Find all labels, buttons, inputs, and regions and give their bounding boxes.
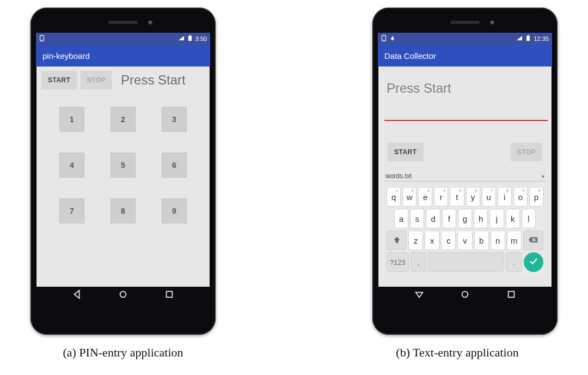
nav-back-icon[interactable] <box>72 289 82 301</box>
key-g[interactable]: g <box>458 209 472 228</box>
key-f[interactable]: f <box>442 209 456 228</box>
battery-icon <box>188 35 192 43</box>
pin-key-9[interactable]: 9 <box>162 198 187 223</box>
key-v[interactable]: v <box>457 231 472 250</box>
key-backspace[interactable] <box>523 231 543 250</box>
pin-key-2[interactable]: 2 <box>111 107 136 132</box>
key-m[interactable]: m <box>507 231 522 250</box>
app-title: Data Collector <box>384 51 436 61</box>
caption-b: (b) Text-entry application <box>338 346 577 360</box>
text-input[interactable] <box>384 106 548 121</box>
key-n[interactable]: n <box>491 231 505 250</box>
status-time: 12:35 <box>534 35 549 42</box>
key-j[interactable]: j <box>489 209 504 228</box>
pin-key-4[interactable]: 4 <box>59 153 84 178</box>
key-shift[interactable] <box>387 231 407 250</box>
key-y[interactable]: y <box>466 187 480 207</box>
screen-pin-entry: 3:50 pin-keyboard START STOP Press Start… <box>36 33 210 304</box>
key-z[interactable]: z <box>408 231 423 250</box>
pin-key-6[interactable]: 6 <box>162 153 187 178</box>
figure-stage: 3:50 pin-keyboard START STOP Press Start… <box>0 0 588 375</box>
pin-key-1[interactable]: 1 <box>59 107 84 132</box>
front-camera <box>489 20 495 25</box>
soft-keyboard: q w e r t y u i o p a s d <box>384 185 546 276</box>
app-title: pin-keyboard <box>42 51 90 61</box>
key-a[interactable]: a <box>394 209 408 228</box>
phone-icon <box>39 35 45 43</box>
svg-rect-8 <box>392 40 393 41</box>
key-u[interactable]: u <box>482 187 496 207</box>
key-period[interactable]: . <box>506 252 522 272</box>
nav-back-icon[interactable] <box>414 289 424 301</box>
wordlist-dropdown[interactable]: words.txt ▾ <box>384 169 546 182</box>
key-enter[interactable] <box>524 252 543 272</box>
battery-icon <box>526 35 530 43</box>
nav-home-icon[interactable] <box>460 289 470 301</box>
svg-point-1 <box>41 40 42 40</box>
chevron-down-icon: ▾ <box>542 173 544 179</box>
pin-keypad: 1 2 3 4 5 6 7 8 9 <box>59 107 187 223</box>
key-p[interactable]: p <box>529 187 543 207</box>
svg-rect-2 <box>188 36 192 41</box>
start-button[interactable]: START <box>388 143 424 161</box>
key-t[interactable]: t <box>450 187 464 207</box>
start-button[interactable]: START <box>41 71 77 89</box>
stop-button: STOP <box>511 143 542 161</box>
android-nav-bar <box>36 287 210 304</box>
key-w[interactable]: w <box>402 187 416 207</box>
nav-recent-icon[interactable] <box>164 289 174 301</box>
pin-key-7[interactable]: 7 <box>59 198 84 223</box>
key-q[interactable]: q <box>387 187 401 207</box>
key-s[interactable]: s <box>410 209 424 228</box>
svg-point-11 <box>462 292 468 298</box>
notification-icon <box>390 35 395 43</box>
earpiece <box>450 21 480 24</box>
dropdown-value: words.txt <box>385 172 412 180</box>
key-d[interactable]: d <box>426 209 440 228</box>
key-k[interactable]: k <box>506 209 520 228</box>
key-o[interactable]: o <box>513 187 528 207</box>
pin-key-3[interactable]: 3 <box>162 107 187 132</box>
phone-pin-entry: 3:50 pin-keyboard START STOP Press Start… <box>30 8 216 335</box>
backspace-icon <box>528 235 538 246</box>
app-bar: Data Collector <box>378 45 552 66</box>
key-c[interactable]: c <box>441 231 456 250</box>
svg-point-4 <box>120 292 126 298</box>
status-time: 3:50 <box>195 35 207 42</box>
front-camera <box>148 20 153 25</box>
key-comma[interactable]: , <box>411 252 427 272</box>
phone-icon <box>381 35 387 43</box>
caption-a: (a) PIN-entry application <box>9 346 237 360</box>
signal-icon <box>516 35 523 42</box>
nav-home-icon[interactable] <box>118 289 128 301</box>
pin-key-5[interactable]: 5 <box>111 153 136 178</box>
key-space[interactable] <box>428 252 504 272</box>
key-switch-numeric[interactable]: ?123 <box>387 252 409 272</box>
app-bar: pin-keyboard <box>36 45 210 66</box>
earpiece <box>108 21 138 24</box>
key-x[interactable]: x <box>425 231 439 250</box>
signal-icon <box>178 35 185 42</box>
phone-text-entry: 12:35 Data Collector Press Start START S… <box>372 8 558 335</box>
android-nav-bar <box>378 287 552 304</box>
svg-point-7 <box>383 40 384 40</box>
key-e[interactable]: e <box>418 187 432 207</box>
key-h[interactable]: h <box>474 209 488 228</box>
svg-rect-3 <box>189 35 191 36</box>
screen-text-entry: 12:35 Data Collector Press Start START S… <box>378 33 552 304</box>
svg-rect-10 <box>528 35 529 36</box>
status-bar: 12:35 <box>378 33 552 45</box>
svg-rect-12 <box>508 292 514 298</box>
key-r[interactable]: r <box>434 187 448 207</box>
status-bar: 3:50 <box>36 33 210 45</box>
svg-rect-5 <box>166 292 172 298</box>
pin-key-8[interactable]: 8 <box>111 198 136 223</box>
key-i[interactable]: i <box>498 187 512 207</box>
hint-text: Press Start <box>387 81 543 96</box>
svg-rect-9 <box>526 36 530 41</box>
nav-recent-icon[interactable] <box>506 289 516 301</box>
key-l[interactable]: l <box>522 209 536 228</box>
shift-icon <box>392 235 402 246</box>
key-b[interactable]: b <box>474 231 489 250</box>
check-icon <box>529 256 538 269</box>
